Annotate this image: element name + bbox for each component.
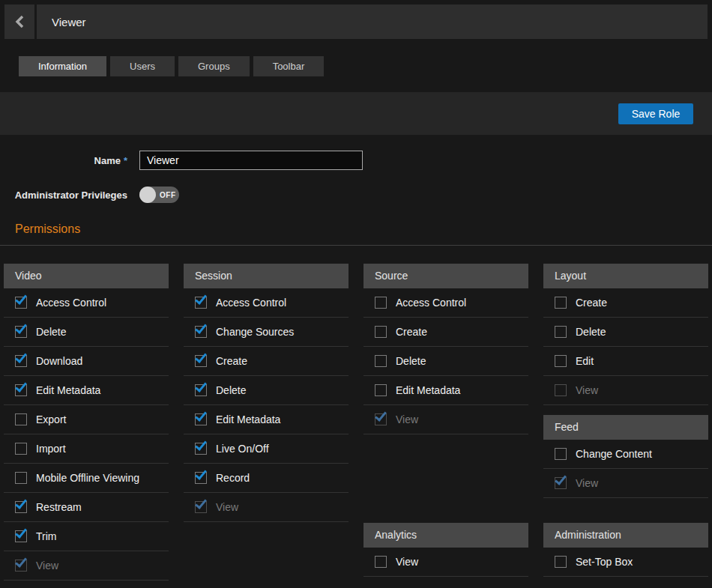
permissions-heading: Permissions [15, 222, 712, 236]
unchecked-checkbox[interactable] [375, 355, 387, 367]
permission-item-session-delete: Delete [184, 376, 349, 405]
permission-item-feed-change-content: Change Content [543, 440, 708, 469]
save-role-button[interactable]: Save Role [618, 103, 693, 124]
permission-label: Delete [576, 326, 606, 338]
permissions-grid: VideoAccess ControlDeleteDownloadEdit Me… [0, 264, 712, 581]
checked-checkbox[interactable] [195, 443, 207, 455]
permission-item-layout-view: View [543, 376, 708, 405]
title-bar: Viewer [37, 4, 708, 39]
checked-checkbox [375, 413, 387, 425]
permission-item-session-live-on-off: Live On/Off [184, 434, 349, 464]
unchecked-checkbox[interactable] [375, 326, 387, 338]
permission-label: Mobile Offline Viewing [36, 472, 139, 484]
checkmark-icon [195, 380, 207, 392]
group-header-session: Session [184, 264, 349, 288]
permission-label: Edit [576, 355, 594, 367]
checked-checkbox[interactable] [15, 326, 27, 338]
permission-group-video: VideoAccess ControlDeleteDownloadEdit Me… [4, 264, 169, 581]
permission-item-session-edit-metadata: Edit Metadata [184, 405, 349, 434]
checked-checkbox[interactable] [195, 472, 207, 484]
unchecked-checkbox[interactable] [555, 297, 567, 309]
page-title: Viewer [52, 16, 86, 28]
checkmark-icon [375, 409, 387, 422]
permission-label: Edit Metadata [396, 384, 460, 396]
permission-label: View [576, 384, 598, 396]
permission-item-source-access-control: Access Control [363, 288, 528, 318]
action-bar: Save Role [0, 92, 712, 135]
name-input[interactable] [139, 151, 363, 170]
checked-checkbox[interactable] [195, 297, 207, 309]
unchecked-checkbox[interactable] [375, 384, 387, 396]
permission-item-video-import: Import [4, 434, 169, 464]
checked-checkbox[interactable] [15, 355, 27, 367]
permission-item-analytics-view: View [363, 548, 528, 577]
permissions-column-4: LayoutCreateDeleteEditViewFeedChange Con… [543, 264, 708, 577]
permissions-column-1: VideoAccess ControlDeleteDownloadEdit Me… [4, 264, 169, 581]
permission-group-source: SourceAccess ControlCreateDeleteEdit Met… [363, 264, 528, 434]
permission-item-source-view: View [363, 405, 528, 434]
unchecked-checkbox[interactable] [555, 448, 567, 460]
permission-label: Create [396, 326, 427, 338]
permission-item-session-record: Record [184, 464, 349, 493]
group-header-feed: Feed [543, 415, 708, 440]
checkmark-icon [555, 473, 567, 485]
checked-checkbox[interactable] [15, 384, 27, 396]
tab-information[interactable]: Information [19, 56, 106, 76]
permission-item-source-create: Create [363, 318, 528, 347]
permission-label: Edit Metadata [216, 413, 280, 425]
unchecked-checkbox[interactable] [15, 413, 27, 425]
permission-item-layout-delete: Delete [543, 318, 708, 347]
checkmark-icon [195, 292, 207, 305]
permission-item-video-delete: Delete [4, 318, 169, 347]
unchecked-checkbox[interactable] [15, 472, 27, 484]
permission-group-layout: LayoutCreateDeleteEditView [543, 264, 708, 405]
checked-checkbox[interactable] [195, 326, 207, 338]
permission-label: Restream [36, 501, 82, 513]
permission-label: View [396, 413, 418, 425]
tab-groups[interactable]: Groups [178, 56, 250, 76]
checkmark-icon [15, 497, 27, 509]
permission-group-analytics: AnalyticsView [363, 523, 528, 577]
permission-label: Trim [36, 530, 56, 542]
checkmark-icon [195, 438, 207, 451]
back-button[interactable] [4, 4, 34, 39]
checked-checkbox [195, 501, 207, 513]
group-header-source: Source [363, 264, 528, 288]
checkmark-icon [195, 497, 207, 509]
permission-label: Delete [36, 326, 66, 338]
permission-item-layout-edit: Edit [543, 347, 708, 376]
permission-item-administration-set-top-box: Set-Top Box [543, 548, 708, 577]
checked-checkbox[interactable] [15, 501, 27, 513]
checked-checkbox[interactable] [195, 355, 207, 367]
unchecked-checkbox[interactable] [555, 355, 567, 367]
divider [0, 245, 712, 246]
tab-users[interactable]: Users [110, 56, 175, 76]
unchecked-checkbox[interactable] [555, 326, 567, 338]
toggle-knob-icon [139, 187, 156, 203]
unchecked-checkbox[interactable] [375, 556, 387, 568]
permission-label: Change Content [576, 448, 652, 460]
checked-checkbox[interactable] [15, 530, 27, 542]
checkmark-icon [195, 409, 207, 422]
checked-checkbox [15, 560, 27, 572]
permission-item-video-mobile-offline-viewing: Mobile Offline Viewing [4, 464, 169, 493]
group-header-layout: Layout [543, 264, 708, 288]
unchecked-checkbox[interactable] [15, 443, 27, 455]
tab-toolbar[interactable]: Toolbar [253, 56, 325, 76]
name-label: Name* [0, 155, 127, 166]
checkmark-icon [15, 321, 27, 334]
checked-checkbox[interactable] [15, 297, 27, 309]
checkmark-icon [15, 292, 27, 305]
unchecked-checkbox[interactable] [375, 297, 387, 309]
permission-label: Delete [396, 355, 426, 367]
permission-group-feed: FeedChange ContentView [543, 415, 708, 498]
checked-checkbox[interactable] [195, 384, 207, 396]
unchecked-checkbox[interactable] [555, 556, 567, 568]
permission-label: Create [216, 355, 247, 367]
name-field-row: Name* [0, 151, 712, 170]
permission-label: Live On/Off [216, 443, 269, 455]
admin-privileges-toggle[interactable]: OFF [139, 187, 179, 203]
permission-item-source-delete: Delete [363, 347, 528, 376]
permission-label: Edit Metadata [36, 384, 100, 396]
checked-checkbox[interactable] [195, 413, 207, 425]
